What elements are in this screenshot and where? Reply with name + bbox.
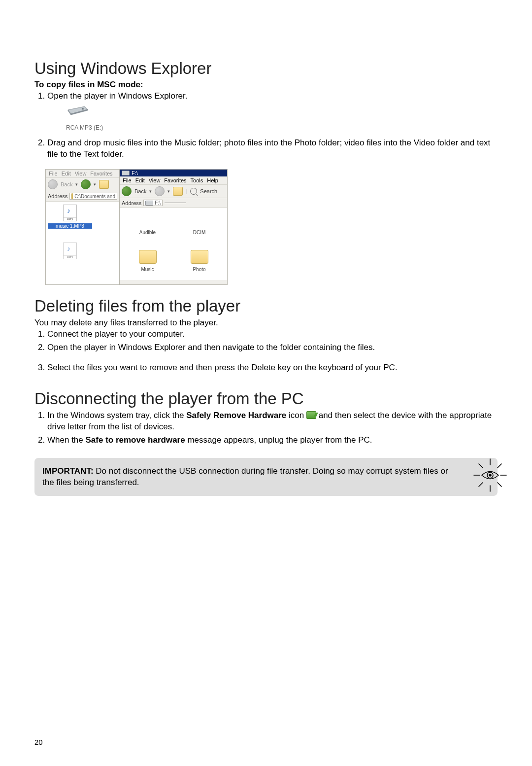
address-label-left: Address — [48, 193, 67, 199]
fwd-dropdown-icon[interactable]: ▾ — [167, 189, 170, 194]
file-name-1: music 1.MP3 — [48, 223, 92, 229]
address-bar-left: Address C:\Documents and — [46, 191, 119, 202]
drive-icon-block: RCA MP3 (E:) — [66, 105, 498, 132]
svg-line-10 — [498, 464, 501, 468]
explorer-window-target: F:\ File Edit View Favorites Tools Help … — [119, 169, 228, 285]
search-icon[interactable] — [190, 188, 197, 195]
disc-2a: When the — [47, 435, 86, 445]
menu-favorites[interactable]: Favorites — [90, 171, 112, 176]
folder-name-audible: Audible — [139, 230, 156, 235]
file-item-mp3-1[interactable]: music 1.MP3 — [48, 205, 92, 229]
svg-point-13 — [489, 474, 491, 476]
file-pane-left: music 1.MP3 — [46, 202, 119, 284]
toolbar-left: Back ▾ ▾ — [46, 178, 119, 191]
disc-step-2: When the Safe to remove hardware message… — [47, 435, 498, 446]
menubar-left: File Edit View Favorites — [46, 170, 119, 178]
explorer-screenshot: File Edit View Favorites Back ▾ ▾ Addres… — [45, 169, 498, 285]
svg-line-9 — [498, 483, 501, 487]
disc-1b: Safely Remove Hardware — [186, 411, 286, 420]
menu-view[interactable]: View — [149, 177, 161, 183]
heading-using-windows-explorer: Using Windows Explorer — [34, 59, 498, 78]
file-item-mp3-drag[interactable] — [48, 243, 92, 259]
address-box-left[interactable]: C:\Documents and — [69, 193, 117, 200]
menu-edit[interactable]: Edit — [135, 177, 145, 183]
folder-icon — [71, 193, 73, 199]
disc-1a: In the Windows system tray, click the — [47, 411, 186, 420]
heading-deleting-files: Deleting files from the player — [34, 297, 498, 315]
svg-line-8 — [479, 464, 483, 468]
svg-point-3 — [82, 108, 84, 109]
address-box-right[interactable]: F:\ — [143, 200, 163, 206]
folder-audible[interactable]: Audible — [122, 214, 173, 235]
folder-photo[interactable]: Photo — [173, 250, 225, 272]
delete-step-1: Connect the player to your computer. — [47, 329, 498, 340]
folder-up-icon[interactable] — [173, 187, 183, 196]
back-dropdown-icon[interactable]: ▾ — [149, 189, 152, 194]
heading-disconnecting: Disconnecting the player from the PC — [34, 389, 498, 408]
folder-name-dcim: DCIM — [193, 230, 206, 235]
folder-pane-right: Audible DCIM Music Photo — [120, 208, 227, 280]
menu-tools[interactable]: Tools — [191, 177, 203, 183]
important-note: IMPORTANT: Do not disconnect the USB con… — [34, 458, 498, 496]
attention-eye-icon — [472, 457, 508, 493]
disc-2c: message appears, unplug the player from … — [185, 435, 372, 445]
drive-icon — [145, 201, 153, 206]
removable-drive-icon — [66, 105, 498, 116]
menubar-right: File Edit View Favorites Tools Help — [120, 176, 227, 185]
page-content: Using Windows Explorer To copy files in … — [0, 0, 532, 766]
delete-step-2: Open the player in Windows Explorer and … — [47, 342, 498, 353]
address-text-right: F:\ — [155, 200, 161, 206]
menu-view[interactable]: View — [75, 171, 87, 176]
fwd-dropdown-icon[interactable]: ▾ — [94, 182, 96, 187]
menu-favorites[interactable]: Favorites — [164, 177, 186, 183]
back-dropdown-icon[interactable]: ▾ — [75, 182, 78, 187]
svg-line-11 — [479, 483, 483, 487]
forward-button-icon[interactable] — [155, 186, 165, 196]
important-label: IMPORTANT: — [42, 466, 94, 476]
back-button-icon[interactable] — [48, 179, 58, 189]
explorer-window-source: File Edit View Favorites Back ▾ ▾ Addres… — [45, 169, 119, 285]
steps-delete: Connect the player to your computer. Ope… — [34, 329, 498, 374]
disc-1c: icon — [286, 411, 306, 420]
safely-remove-hardware-icon — [306, 411, 316, 419]
important-text: Do not disconnect the USB connection dur… — [42, 466, 448, 487]
back-label[interactable]: Back — [61, 181, 72, 187]
folder-name-music: Music — [141, 267, 154, 272]
menu-file[interactable]: File — [123, 177, 132, 183]
step-2: Drag and drop music files into the Music… — [47, 138, 498, 160]
step-2-text: Drag and drop music files into the Music… — [47, 138, 490, 159]
page-number: 20 — [34, 738, 43, 746]
subheading-msc-mode: To copy files in MSC mode: — [34, 80, 498, 90]
forward-button-icon[interactable] — [81, 179, 91, 189]
folder-dcim[interactable]: DCIM — [173, 214, 225, 235]
drive-icon — [122, 171, 130, 175]
folder-icon — [139, 250, 157, 264]
step-1-text: Open the player in Windows Explorer. — [47, 91, 187, 101]
window-title: F:\ — [132, 170, 138, 176]
disc-2b: Safe to remove hardware — [86, 435, 185, 445]
folder-icon — [191, 250, 208, 264]
back-label[interactable]: Back — [134, 188, 146, 194]
menu-file[interactable]: File — [49, 171, 58, 176]
folder-up-icon[interactable] — [99, 180, 109, 189]
disc-step-1: In the Windows system tray, click the Sa… — [47, 410, 498, 433]
titlebar-right: F:\ — [120, 170, 227, 176]
address-label-right: Address — [122, 200, 141, 206]
mp3-file-icon — [63, 205, 77, 221]
step-1: Open the player in Windows Explorer. RCA… — [47, 91, 498, 132]
address-text-left: C:\Documents and — [74, 194, 115, 199]
back-button-icon[interactable] — [122, 186, 132, 196]
address-bar-right: Address F:\ — [120, 198, 227, 208]
search-label[interactable]: Search — [200, 188, 217, 194]
steps-disconnect: In the Windows system tray, click the Sa… — [34, 410, 498, 446]
steps-copy-files: Open the player in Windows Explorer. RCA… — [34, 91, 498, 160]
drive-label: RCA MP3 (E:) — [66, 124, 498, 132]
delete-step-3: Select the files you want to remove and … — [47, 362, 498, 374]
deleting-intro: You may delete any files transferred to … — [34, 317, 498, 329]
menu-edit[interactable]: Edit — [62, 171, 71, 176]
menu-help[interactable]: Help — [207, 177, 218, 183]
toolbar-right: Back ▾ ▾ | Search — [120, 185, 227, 198]
folder-music[interactable]: Music — [122, 250, 173, 272]
folder-name-photo: Photo — [193, 267, 205, 272]
mp3-file-icon — [63, 243, 77, 259]
